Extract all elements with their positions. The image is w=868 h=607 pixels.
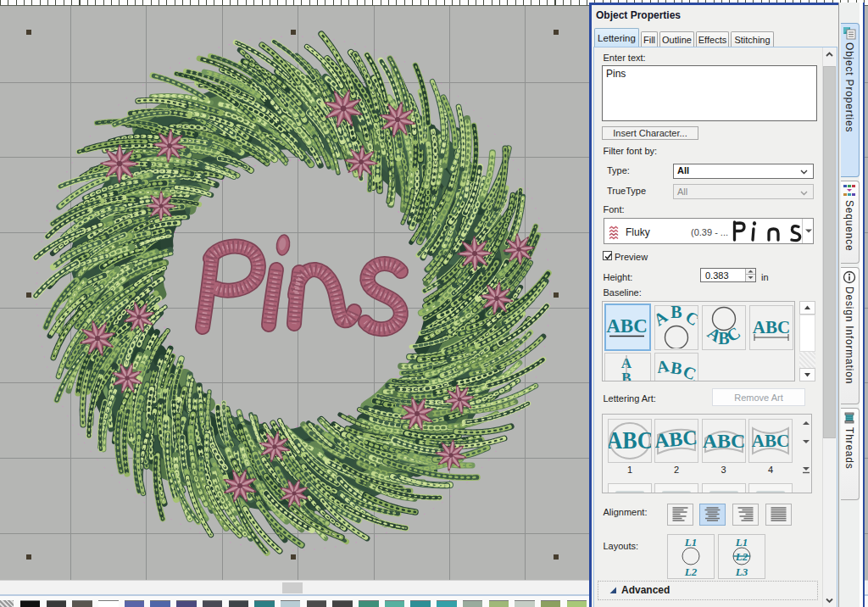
- svg-text:L3: L3: [734, 565, 748, 578]
- svg-text:ABC: ABC: [752, 431, 789, 451]
- svg-text:L1: L1: [734, 536, 747, 549]
- svg-text:ABC: ABC: [606, 315, 648, 337]
- svg-text:C: C: [682, 307, 698, 329]
- svg-text:B: B: [670, 306, 682, 321]
- svg-text:ABC: ABC: [703, 430, 745, 452]
- svg-text:A: A: [655, 356, 670, 376]
- svg-text:ABC: ABC: [753, 317, 790, 337]
- svg-text:L2: L2: [683, 565, 697, 578]
- svg-text:A: A: [655, 306, 671, 329]
- svg-text:C: C: [681, 361, 698, 381]
- svg-text:ABC: ABC: [655, 426, 698, 451]
- svg-text:L1: L1: [683, 536, 696, 549]
- svg-text:ABC: ABC: [609, 426, 651, 454]
